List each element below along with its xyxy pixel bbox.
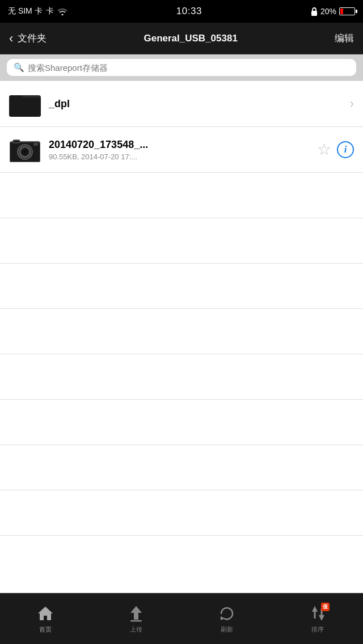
empty-row (0, 354, 363, 400)
sort-badge: 值 (321, 603, 330, 611)
status-time: 10:33 (176, 6, 202, 17)
carrier-label: 无 SIM 卡 (8, 6, 43, 16)
svg-rect-15 (314, 611, 316, 618)
folder-actions: › (350, 98, 354, 110)
home-icon (36, 604, 55, 623)
empty-row (0, 490, 363, 536)
file-actions: ☆ i (317, 141, 354, 158)
search-input[interactable] (28, 63, 349, 73)
edit-button[interactable]: 编辑 (335, 32, 354, 45)
tab-refresh[interactable]: 刷新 (182, 604, 272, 634)
search-bar-container: 🔍 (0, 54, 363, 80)
file-meta: 90.55KB, 2014-07-20 17:... (49, 152, 317, 161)
back-button[interactable]: ‹ 文件夹 (9, 32, 47, 45)
folder-info: _dpl (49, 98, 350, 110)
file-name: 20140720_173548_... (49, 139, 317, 151)
tab-upload[interactable]: 上传 (91, 604, 182, 634)
empty-row (0, 264, 363, 309)
tab-home-label: 首页 (39, 625, 52, 634)
battery-indicator (339, 7, 355, 15)
tab-upload-label: 上传 (130, 625, 142, 634)
svg-rect-8 (13, 140, 20, 143)
status-left: 无 SIM 卡 卡 (8, 6, 67, 16)
list-item[interactable]: 20140720_173548_... 90.55KB, 2014-07-20 … (0, 127, 363, 172)
empty-row (0, 400, 363, 445)
back-label: 文件夹 (18, 32, 47, 45)
star-icon[interactable]: ☆ (317, 142, 331, 158)
search-wrapper: 🔍 (7, 59, 356, 76)
tab-refresh-label: 刷新 (221, 625, 233, 634)
status-right: 20% (311, 7, 355, 16)
nav-title: General_USB_05381 (52, 33, 329, 44)
svg-marker-13 (221, 616, 225, 620)
file-list: _dpl › 20140720_173548_... (0, 80, 363, 536)
camera-file-icon (9, 134, 41, 166)
empty-row (0, 173, 363, 218)
list-item[interactable]: _dpl › (0, 81, 363, 126)
lock-icon (311, 7, 318, 16)
battery-percent-label: 20% (320, 7, 336, 16)
svg-rect-0 (311, 11, 317, 16)
svg-point-7 (22, 149, 28, 155)
nav-bar: ‹ 文件夹 General_USB_05381 编辑 (0, 23, 363, 54)
chevron-right-icon: › (350, 98, 354, 110)
folder-icon (9, 88, 41, 120)
empty-row (0, 218, 363, 264)
empty-rows (0, 173, 363, 536)
info-button[interactable]: i (337, 141, 354, 158)
tab-home[interactable]: 首页 (0, 604, 91, 634)
back-chevron-icon: ‹ (9, 32, 13, 45)
tab-sort[interactable]: 值 排序 (272, 604, 363, 634)
upload-icon (126, 604, 146, 623)
search-icon: 🔍 (14, 62, 24, 73)
svg-rect-12 (130, 620, 142, 622)
empty-row (0, 445, 363, 490)
tab-bar: 首页 上传 刷新 (0, 593, 363, 644)
svg-marker-10 (38, 607, 53, 620)
svg-marker-11 (130, 606, 142, 620)
svg-rect-9 (33, 143, 38, 146)
file-info: 20140720_173548_... 90.55KB, 2014-07-20 … (49, 139, 317, 161)
wifi-icon (57, 7, 67, 15)
sim-card-label: 卡 (46, 6, 54, 16)
refresh-icon (217, 604, 237, 623)
empty-row (0, 309, 363, 354)
status-bar: 无 SIM 卡 卡 10:33 20% (0, 0, 363, 23)
tab-sort-label: 排序 (311, 625, 324, 634)
folder-name: _dpl (49, 98, 350, 110)
svg-rect-2 (9, 98, 41, 117)
